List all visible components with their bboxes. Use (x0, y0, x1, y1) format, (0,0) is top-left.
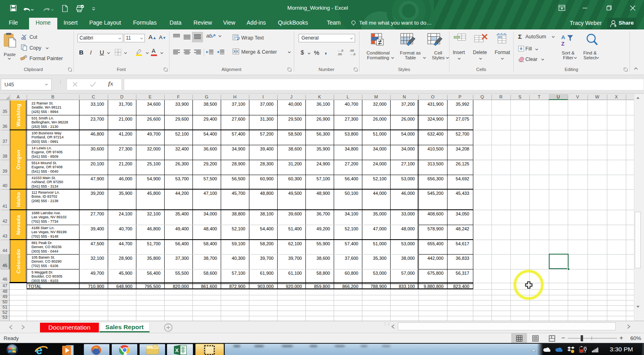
svg-text:X: X (175, 347, 179, 353)
svg-text:Z: Z (561, 41, 565, 47)
svg-text:A: A (561, 34, 565, 40)
